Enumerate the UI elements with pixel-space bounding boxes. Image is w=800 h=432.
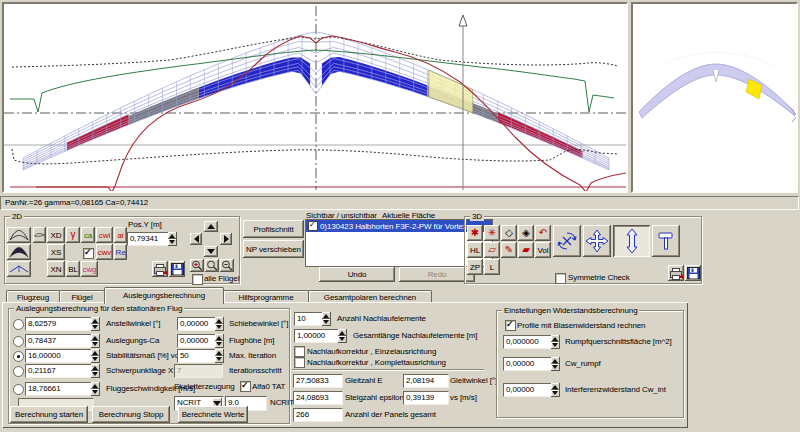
radio-schwerpunktlage[interactable] xyxy=(13,366,24,377)
zoom-window-button[interactable] xyxy=(205,259,219,272)
pan-left-button[interactable] xyxy=(190,233,202,245)
ca-plot-button[interactable]: ca xyxy=(81,227,95,243)
stabilitaetsmass-spinner[interactable] xyxy=(91,349,100,363)
blasenwiderstand-checkbox[interactable] xyxy=(505,320,516,331)
ai-plot-button[interactable]: ai xyxy=(114,227,127,243)
nachlaufkorrektur-einzel-checkbox[interactable] xyxy=(294,346,305,357)
cwg-plot-button[interactable]: cwg xyxy=(81,261,98,277)
posy-spin-down[interactable] xyxy=(168,239,177,246)
symmetrie-check-checkbox[interactable] xyxy=(555,273,566,284)
undo-button[interactable]: Undo xyxy=(319,267,395,282)
max-iteration-spinner[interactable] xyxy=(215,349,224,363)
auslegungs-ca-input[interactable]: 0,78437 xyxy=(25,334,93,348)
profilschnitt-button[interactable]: Profilschnitt xyxy=(243,220,304,238)
radio-fluggeschwindigkeit[interactable] xyxy=(13,384,24,395)
planform-canvas[interactable] xyxy=(2,2,628,193)
berechnete-werte-button[interactable]: Berechnete Werte xyxy=(178,406,248,423)
gesamtlaenge-input[interactable]: 1,00000 xyxy=(294,329,340,343)
vs-field: 0,39139 xyxy=(403,391,449,405)
alle-fluegel-checkbox[interactable] xyxy=(192,274,203,285)
schwerpunktlage-spinner[interactable] xyxy=(91,364,100,378)
gesamtlaenge-spinner[interactable] xyxy=(338,329,347,343)
stabilitaetsmass-input[interactable]: 16,00000 xyxy=(25,349,93,363)
move-3d-button[interactable] xyxy=(583,225,611,257)
fluggeschwindigkeit-input[interactable]: 18,76661 xyxy=(25,382,93,396)
save-3d-button[interactable] xyxy=(685,265,701,281)
wing-3d-preview[interactable] xyxy=(631,2,798,193)
reset-view-button[interactable]: ↶ xyxy=(535,225,551,241)
posy-spin-up[interactable] xyxy=(168,232,177,239)
radio-auslegungs-ca[interactable] xyxy=(13,336,24,347)
tab-auslegungsberechnung[interactable]: Auslegungsberechnung xyxy=(104,287,224,304)
anstellwinkel-input[interactable]: 8,62579 xyxy=(25,317,93,331)
cwi-plot-button[interactable]: cwi xyxy=(96,227,113,243)
posy-spinner[interactable] xyxy=(168,232,177,246)
ca-plot-checkbox[interactable] xyxy=(83,248,94,259)
radio-stabilitaetsmass[interactable] xyxy=(13,351,24,362)
schiebewinkel-input[interactable]: 0,00000 xyxy=(177,317,217,331)
surface-visible-checkbox[interactable] xyxy=(308,221,318,231)
gesamtlaenge-label: Gesamtlänge Nachlaufelemente [m] xyxy=(353,331,477,341)
anstellwinkel-spinner[interactable] xyxy=(91,317,100,331)
xd-button[interactable]: XD xyxy=(47,227,65,243)
anzahl-nachlaufelemente-input[interactable]: 10 xyxy=(294,312,324,326)
hl-button[interactable]: HL xyxy=(467,242,483,258)
zp-button[interactable]: ZP xyxy=(467,259,483,275)
berechnung-starten-label: Berechnung starten xyxy=(15,410,83,419)
panel-flat-button[interactable]: ▱ xyxy=(484,242,500,258)
pick-point-button[interactable]: ✱ xyxy=(467,225,483,241)
vol-button[interactable]: Vol xyxy=(535,242,551,258)
np-verschieben-button[interactable]: NP verschieben xyxy=(243,240,304,258)
l-button[interactable]: L xyxy=(484,259,500,275)
bl-plot-button[interactable]: BL xyxy=(66,261,80,277)
widerstand-group-label: Einstellungen Widerstandsberechnung xyxy=(502,306,639,315)
flughoehe-input[interactable]: 0,00000 xyxy=(177,334,217,348)
planform-view-button[interactable] xyxy=(7,227,31,243)
flughoehe-spinner[interactable] xyxy=(215,334,224,348)
posy-input[interactable]: 0,79341 xyxy=(127,232,169,246)
panel-solid-button[interactable]: ▰ xyxy=(518,242,534,258)
re-plot-button[interactable]: Re xyxy=(114,244,127,260)
auslegungs-ca-label: Auslegungs-Ca xyxy=(106,336,159,346)
radio-anstellwinkel[interactable] xyxy=(13,319,24,330)
interferenz-spinner[interactable] xyxy=(551,383,560,397)
zoom-out-button[interactable] xyxy=(220,259,234,272)
zoom-3d-button[interactable] xyxy=(613,225,650,257)
schwerpunktlage-input[interactable]: 0,21167 xyxy=(25,364,93,378)
rotate-model-button[interactable]: ✳ xyxy=(484,225,500,241)
cwv-plot-button[interactable]: cwv xyxy=(96,244,113,260)
auslegungs-ca-spinner[interactable] xyxy=(91,334,100,348)
rumpfquerschnitt-input[interactable]: 0,000000 xyxy=(503,335,553,349)
berechnung-starten-button[interactable]: Berechnung starten xyxy=(10,406,88,423)
rumpfquerschnitt-spinner[interactable] xyxy=(551,335,560,349)
pan-right-button[interactable] xyxy=(220,233,232,245)
alfa0-tat-checkbox[interactable] xyxy=(240,381,251,392)
save-button[interactable] xyxy=(169,261,185,277)
xs-label: XS xyxy=(51,248,61,257)
anzahl-nachlaufelemente-spinner[interactable] xyxy=(322,312,331,326)
gamma-plot-button[interactable]: γ xyxy=(66,227,80,243)
pan-up-button[interactable] xyxy=(204,221,218,232)
pan-down-button[interactable] xyxy=(204,246,218,257)
filled-planform-view-button[interactable] xyxy=(7,244,31,260)
edit-pen-button[interactable]: ✎ xyxy=(501,242,517,258)
cw-rumpf-input[interactable]: 0,00000 xyxy=(503,357,553,371)
berechnung-stopp-button[interactable]: Berechnung Stopp xyxy=(92,406,170,423)
print-3d-button[interactable] xyxy=(668,265,684,281)
front-view-button[interactable] xyxy=(7,261,31,277)
fluggeschwindigkeit-spinner[interactable] xyxy=(91,382,100,396)
nachlaufkorrektur-komplett-checkbox[interactable] xyxy=(294,357,305,368)
xn-button[interactable]: XN xyxy=(47,261,65,277)
zoom-in-button[interactable] xyxy=(190,259,204,272)
airfoil-view-button[interactable] xyxy=(33,227,46,243)
xs-button[interactable]: XS xyxy=(47,244,65,260)
flip-horizontal-button[interactable]: ◇ xyxy=(501,225,517,241)
schiebewinkel-spinner[interactable] xyxy=(215,317,224,331)
flip-vertical-button[interactable]: ◈ xyxy=(518,225,534,241)
tools-button[interactable] xyxy=(652,225,680,257)
rotate-3d-button[interactable] xyxy=(553,225,581,257)
cw-rumpf-spinner[interactable] xyxy=(551,357,560,371)
max-iteration-input[interactable]: 50 xyxy=(177,349,217,363)
print-button[interactable] xyxy=(152,261,168,277)
interferenz-input[interactable]: 0,00000 xyxy=(503,383,553,397)
